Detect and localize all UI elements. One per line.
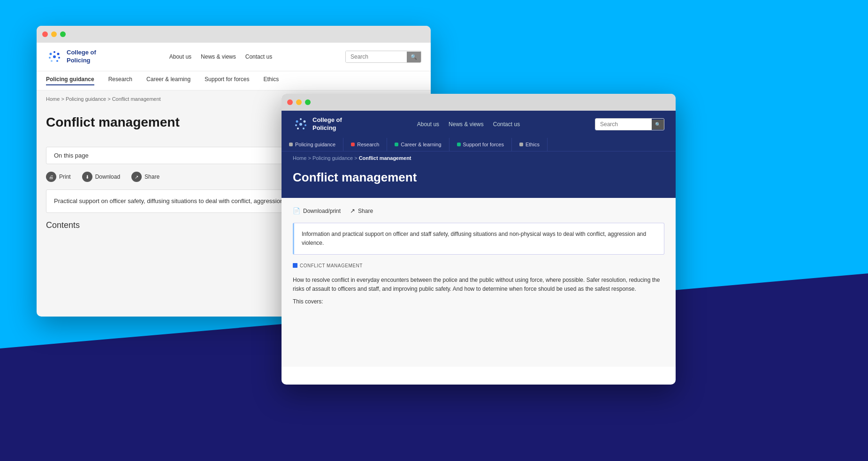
window2-breadcrumb: Home > Policing guidance > Conflict mana… <box>282 151 676 166</box>
print-label: Print <box>59 174 71 180</box>
svg-point-2 <box>57 53 60 55</box>
window2-maximize-dot[interactable] <box>305 99 311 105</box>
download-label: Download <box>95 174 120 180</box>
subnav-ethics[interactable]: Ethics <box>264 76 279 85</box>
search-input-w2[interactable] <box>595 119 652 130</box>
window2-close-dot[interactable] <box>287 99 293 105</box>
svg-point-4 <box>58 57 60 59</box>
subnav2-label-career: Career & learning <box>401 142 441 147</box>
share2-icon: ↗ <box>350 207 355 214</box>
print-button[interactable]: 🖨 Print <box>46 172 71 182</box>
search-button-w1[interactable]: 🔍 <box>407 52 421 62</box>
description-text-w2: Information and practical support on off… <box>302 230 656 248</box>
svg-point-3 <box>49 57 51 59</box>
svg-point-0 <box>53 55 56 58</box>
subnav-research[interactable]: Research <box>108 76 132 85</box>
subnav2-support-forces[interactable]: Support for forces <box>449 138 512 151</box>
window2-search-bar[interactable]: 🔍 <box>595 118 664 130</box>
logo2-text: College of Policing <box>312 116 342 132</box>
tag-text: CONFLICT MANAGEMENT <box>300 263 363 268</box>
breadcrumb2-policing-guidance[interactable]: Policing guidance <box>312 155 353 161</box>
nav2-contact[interactable]: Contact us <box>493 121 520 128</box>
svg-point-9 <box>296 121 298 123</box>
svg-point-1 <box>50 53 52 55</box>
subnav2-dot-support <box>457 143 461 146</box>
on-this-page-label: On this page <box>54 152 89 159</box>
tag-badge: CONFLICT MANAGEMENT <box>293 263 363 268</box>
share2-label: Share <box>358 208 373 214</box>
window1-minimize-dot[interactable] <box>51 31 57 37</box>
subnav2-label-ethics: Ethics <box>525 142 540 147</box>
subnav2-label-support: Support for forces <box>463 142 504 147</box>
subnav2-policing-guidance[interactable]: Policing guidance <box>282 138 343 151</box>
subnav2-dot-research <box>351 143 355 146</box>
download-print-label: Download/print <box>303 208 341 214</box>
subnav2-dot-policing <box>289 143 293 146</box>
body-text: How to resolve conflict in everyday enco… <box>293 276 664 294</box>
subnav-career-learning[interactable]: Career & learning <box>146 76 190 85</box>
window2-minimize-dot[interactable] <box>296 99 302 105</box>
download-print-icon: 📄 <box>293 207 300 214</box>
window1-logo[interactable]: College of Policing <box>46 48 96 65</box>
window1-subnav: Policing guidance Research Career & lear… <box>37 71 431 91</box>
svg-point-12 <box>305 124 306 126</box>
download-button[interactable]: ⬇ Download <box>82 172 120 182</box>
subnav-support-forces[interactable]: Support for forces <box>205 76 249 85</box>
logo2-icon <box>293 116 309 132</box>
subnav2-label-research: Research <box>357 142 379 147</box>
covers-text: This covers: <box>293 298 664 305</box>
subnav2-career-learning[interactable]: Career & learning <box>387 138 449 151</box>
subnav-policing-guidance[interactable]: Policing guidance <box>46 76 94 85</box>
svg-point-6 <box>56 60 58 62</box>
page-title-w2: Conflict management <box>293 170 664 185</box>
window2-logo[interactable]: College of Policing <box>293 116 342 132</box>
window-2-browser: College of Policing About us News & view… <box>282 94 676 385</box>
action-bar-w2: 📄 Download/print ↗ Share <box>293 207 664 214</box>
search-input-w1[interactable] <box>346 51 407 62</box>
breadcrumb2-current: Conflict management <box>359 155 411 161</box>
share-button[interactable]: ↗ Share <box>131 172 160 182</box>
search-button-w2[interactable]: 🔍 <box>652 120 664 129</box>
window2-subnav: Policing guidance Research Career & lear… <box>282 138 676 151</box>
window1-search-bar[interactable]: 🔍 <box>345 51 421 63</box>
description-box-w2: Information and practical support on off… <box>293 223 664 255</box>
window2-nav: About us News & views Contact us <box>351 121 586 128</box>
logo-icon <box>46 48 63 65</box>
nav2-about-us[interactable]: About us <box>417 121 439 128</box>
download-print-button[interactable]: 📄 Download/print <box>293 207 341 214</box>
breadcrumb2-home[interactable]: Home <box>293 155 306 161</box>
logo-text: College of Policing <box>67 49 96 65</box>
window1-close-dot[interactable] <box>42 31 48 37</box>
window1-titlebar <box>37 26 431 43</box>
nav-contact[interactable]: Contact us <box>245 53 272 60</box>
window2-titlebar <box>282 94 676 111</box>
window2-header: College of Policing About us News & view… <box>282 111 676 138</box>
nav2-news[interactable]: News & views <box>449 121 484 128</box>
svg-point-11 <box>295 124 297 126</box>
svg-point-13 <box>297 128 299 129</box>
tag-square-icon <box>293 263 297 268</box>
window1-maximize-dot[interactable] <box>60 31 66 37</box>
window1-nav: About us News & views Contact us <box>106 53 336 60</box>
svg-point-14 <box>303 128 305 129</box>
nav-news[interactable]: News & views <box>201 53 236 60</box>
svg-point-7 <box>53 51 55 53</box>
subnav2-ethics[interactable]: Ethics <box>512 138 548 151</box>
share-button-w2[interactable]: ↗ Share <box>350 207 373 214</box>
subnav2-label-policing: Policing guidance <box>295 142 335 147</box>
breadcrumb-policing-guidance[interactable]: Policing guidance <box>66 96 106 102</box>
nav-about-us[interactable]: About us <box>169 53 191 60</box>
window2-content: 📄 Download/print ↗ Share Information and… <box>282 198 676 367</box>
window1-header: College of Policing About us News & view… <box>37 43 431 71</box>
subnav2-dot-career <box>395 143 398 146</box>
breadcrumb-current: Conflict management <box>112 96 161 102</box>
svg-point-5 <box>51 60 53 62</box>
print-icon: 🖨 <box>46 172 56 182</box>
subnav2-dot-ethics <box>519 143 523 146</box>
breadcrumb-home[interactable]: Home <box>46 96 60 102</box>
share-label: Share <box>145 174 160 180</box>
subnav2-research[interactable]: Research <box>343 138 387 151</box>
window2-hero: Conflict management <box>282 166 676 198</box>
download-icon: ⬇ <box>82 172 92 182</box>
svg-point-15 <box>300 118 302 120</box>
